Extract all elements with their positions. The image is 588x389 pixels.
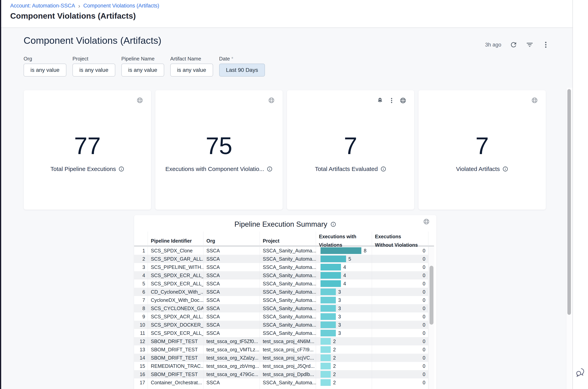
cell-executions-with-violations: 2 bbox=[316, 338, 372, 345]
row-index: 7 bbox=[134, 297, 148, 303]
row-index: 9 bbox=[134, 314, 148, 320]
cell-project: SSCA_Sanity_Automa... bbox=[260, 322, 316, 328]
filter-value-button[interactable]: is any value bbox=[121, 64, 164, 77]
tile-value: 75 bbox=[155, 134, 283, 158]
filter-required-asterisk: * bbox=[230, 56, 233, 62]
globe-icon[interactable] bbox=[531, 97, 538, 104]
cell-org: SSCA bbox=[203, 297, 260, 303]
row-index: 12 bbox=[134, 339, 148, 344]
filter-value-button[interactable]: is any value bbox=[170, 64, 213, 77]
cell-project: test_ssca_proj_4N6M... bbox=[260, 339, 316, 344]
globe-icon[interactable] bbox=[137, 97, 143, 104]
table-row[interactable]: 16 SBOM_DRIFT_TEST test_ssca_org_479Gc..… bbox=[134, 370, 428, 378]
info-icon[interactable] bbox=[267, 166, 273, 172]
tile-total-artifacts-evaluated: 7 Total Artifacts Evaluated bbox=[287, 90, 414, 210]
table-row[interactable]: 6 CD_CycloneDX_With_... SSCA SSCA_Sanity… bbox=[134, 288, 428, 296]
table-row[interactable]: 13 SBOM_DRIFT_TEST test_ssca_org_VMTLz..… bbox=[134, 345, 428, 354]
cell-project: test_ssca_proj_cF7I9... bbox=[260, 347, 316, 353]
cell-executions-without-violations: 0 bbox=[372, 289, 428, 295]
breadcrumb-account-link[interactable]: Account: Automation-SSCA bbox=[10, 3, 75, 9]
globe-icon[interactable] bbox=[268, 97, 275, 104]
cell-executions-without-violations: 0 bbox=[372, 363, 428, 369]
cell-org: SSCA bbox=[203, 281, 260, 287]
page-scrollbar-thumb[interactable] bbox=[567, 89, 571, 315]
cell-executions-without-violations: 0 bbox=[372, 256, 428, 262]
cell-executions-with-violations: 2 bbox=[316, 363, 372, 369]
globe-icon[interactable] bbox=[400, 97, 406, 104]
column-divider bbox=[260, 232, 260, 389]
cell-pipeline-identifier: SBOM_DRIFT_TEST bbox=[148, 355, 203, 361]
table-row[interactable]: 15 REMEDIATION_TRAC... test_ssca_org_zbV… bbox=[134, 362, 428, 370]
row-index: 5 bbox=[134, 281, 148, 287]
cell-pipeline-identifier: SCS_SPDX_DOCKER_... bbox=[148, 322, 203, 328]
violations-bar bbox=[320, 297, 336, 303]
cell-executions-with-violations: 8 bbox=[316, 247, 372, 254]
table-row[interactable]: 17 Container_Orchestrat... SSCA SSCA_San… bbox=[134, 378, 428, 387]
dashboard-filter: Date * Last 90 Days bbox=[219, 56, 265, 77]
row-index: 11 bbox=[134, 330, 148, 336]
row-index: 16 bbox=[134, 372, 148, 377]
table-row[interactable]: 4 SCS_SPDX_ECR_ALL_... SSCA SSCA_Sanity_… bbox=[134, 271, 428, 280]
violations-bar bbox=[320, 371, 331, 378]
filter-value-button[interactable]: is any value bbox=[72, 64, 115, 77]
filter-icon[interactable] bbox=[526, 41, 534, 49]
cell-project: SSCA_Sanity_Automa... bbox=[260, 273, 316, 278]
violations-bar bbox=[320, 338, 331, 345]
info-icon[interactable] bbox=[502, 166, 508, 172]
filter-value-button[interactable]: is any value bbox=[24, 64, 66, 77]
violations-bar bbox=[320, 346, 331, 353]
breadcrumb-current-link[interactable]: Component Violations (Artifacts) bbox=[83, 3, 159, 9]
breadcrumb-separator-icon: › bbox=[78, 3, 80, 9]
cell-pipeline-identifier: SBOM_DRIFT_TEST bbox=[148, 347, 203, 353]
tile-more-options-icon[interactable] bbox=[388, 97, 395, 104]
filter-value-button[interactable]: Last 90 Days bbox=[219, 64, 265, 77]
info-icon[interactable] bbox=[330, 221, 336, 227]
table-row[interactable]: 8 SCS_CYCLONEDX_GA... SSCA SSCA_Sanity_A… bbox=[134, 304, 428, 312]
cell-org: SSCA bbox=[203, 264, 260, 270]
chat-help-icon[interactable] bbox=[575, 367, 586, 377]
table-title: Pipeline Execution Summary bbox=[235, 220, 327, 228]
cell-executions-with-violations: 3 bbox=[316, 305, 372, 312]
violations-bar bbox=[320, 289, 336, 295]
table-row[interactable]: 12 SBOM_DRIFT_TEST test_ssca_org_tF5Zf0.… bbox=[134, 337, 428, 345]
filter-label: Org bbox=[24, 56, 32, 62]
table-row[interactable]: 10 SCS_SPDX_DOCKER_... SSCA SSCA_Sanity_… bbox=[134, 321, 428, 329]
info-icon[interactable] bbox=[380, 166, 386, 172]
globe-icon[interactable] bbox=[423, 218, 430, 225]
cell-project: SSCA_Sanity_Automa... bbox=[260, 314, 316, 320]
table-row[interactable]: 1 SCS_SPDX_Clone SSCA SSCA_Sanity_Automa… bbox=[134, 247, 428, 255]
cell-pipeline-identifier: CycloneDX_With_Doc... bbox=[148, 297, 203, 303]
table-row[interactable]: 7 CycloneDX_With_Doc... SSCA SSCA_Sanity… bbox=[134, 296, 428, 304]
table-row[interactable]: 11 SCS_SPDX_ECR_ALL_... SSCA SSCA_Sanity… bbox=[134, 329, 428, 337]
table-scrollbar-thumb[interactable] bbox=[429, 266, 433, 325]
row-index: 6 bbox=[134, 289, 148, 295]
table-row[interactable]: 2 SCS_SPDX_GAR_ALL... SSCA SSCA_Sanity_A… bbox=[134, 255, 428, 263]
cell-pipeline-identifier: REMEDIATION_TRAC... bbox=[148, 363, 203, 369]
refresh-icon[interactable] bbox=[510, 41, 518, 49]
cell-pipeline-identifier: SCS_SPDX_Clone bbox=[148, 248, 203, 254]
info-icon[interactable] bbox=[118, 166, 124, 172]
cell-executions-with-violations: 3 bbox=[316, 330, 372, 336]
table-row[interactable]: 5 SCS_SPDX_ECR_ALL_... SSCA SSCA_Sanity_… bbox=[134, 280, 428, 288]
more-options-icon[interactable] bbox=[542, 41, 550, 49]
tile-value: 77 bbox=[24, 134, 151, 158]
table-row[interactable]: 14 SBOM_DRIFT_TEST test_ssca_org_XZalzy.… bbox=[134, 354, 428, 362]
filter-label: Date bbox=[219, 56, 230, 62]
cell-org: test_ssca_org_VMTLz... bbox=[203, 347, 260, 353]
cell-executions-with-violations: 5 bbox=[316, 256, 372, 262]
cell-pipeline-identifier: SBOM_DRIFT_TEST bbox=[148, 339, 203, 344]
cell-pipeline-identifier: Container_Orchestrat... bbox=[148, 380, 203, 386]
table-row[interactable]: 3 SCS_PIPELINE_WITH... SSCA SSCA_Sanity_… bbox=[134, 263, 428, 271]
table-scrollbar-track[interactable] bbox=[429, 247, 434, 389]
row-index: 15 bbox=[134, 363, 148, 369]
cell-org: SSCA bbox=[203, 273, 260, 278]
row-index: 8 bbox=[134, 306, 148, 311]
cell-executions-without-violations: 0 bbox=[372, 306, 428, 311]
tile-label: Total Artifacts Evaluated bbox=[315, 166, 378, 172]
cell-org: SSCA bbox=[203, 248, 260, 254]
filter-label: Artifact Name bbox=[170, 56, 201, 62]
cell-org: test_ssca_org_XZalzy... bbox=[203, 355, 260, 361]
breadcrumb: Account: Automation-SSCA › Component Vio… bbox=[10, 3, 159, 9]
alert-bell-add-icon[interactable] bbox=[377, 97, 383, 104]
table-row[interactable]: 9 SCS_SPDX_ACR_ALL... SSCA SSCA_Sanity_A… bbox=[134, 312, 428, 321]
